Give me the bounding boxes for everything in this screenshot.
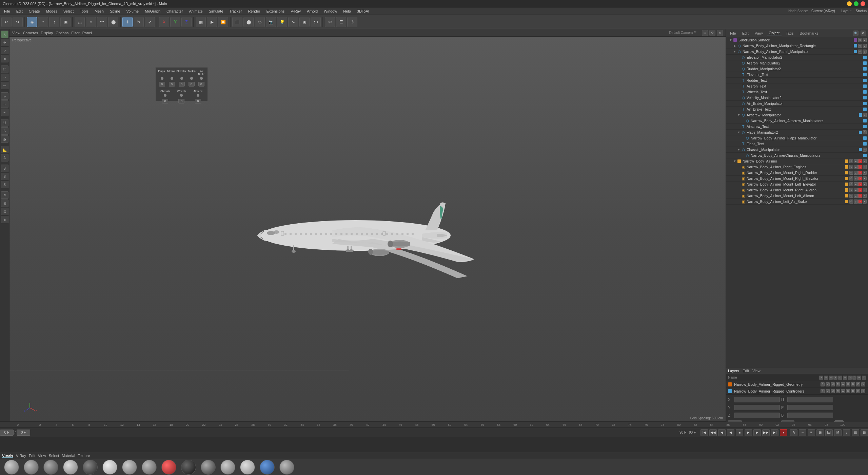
layer-geometry[interactable]: Narrow_Body_Airliner_Rigged_Geometry S V… bbox=[726, 381, 868, 388]
material-ball-12[interactable]: Narrow_ bbox=[239, 460, 256, 475]
material-ball-11[interactable]: Narrow_ bbox=[219, 460, 237, 475]
toolbar-cylinder[interactable]: ⬭ bbox=[255, 17, 265, 27]
toolbar-edge-mode[interactable]: ⌇ bbox=[49, 17, 59, 27]
viewport-close[interactable]: × bbox=[717, 30, 723, 36]
tl-powertracks[interactable]: ⊞ bbox=[816, 429, 824, 436]
toolbar-select-circle[interactable]: ○ bbox=[86, 17, 96, 27]
material-ball-4[interactable]: Narrow_ bbox=[81, 460, 99, 475]
prop-input-h[interactable] bbox=[787, 397, 833, 402]
toolbar-live-select[interactable]: ⬤ bbox=[108, 17, 118, 27]
toolbar-z-axis[interactable]: Z bbox=[181, 17, 192, 27]
end-frame-input[interactable] bbox=[17, 430, 30, 436]
tool-bridge[interactable]: ≡ bbox=[1, 109, 8, 116]
tree-item-airscrew-manip-z[interactable]: ⬡ Narrow_Body_Airliner_Airscrew_Manipula… bbox=[726, 118, 868, 124]
tree-item-panel-manipulator[interactable]: ▼ ⬡ Narrow_Body_Airliner_Panel_Manipulat… bbox=[726, 49, 868, 55]
tool-lasso[interactable]: 〜 bbox=[1, 74, 8, 81]
tree-item-chassis-manip[interactable]: ▼ ⬡ Chassis_Manipulator ⊙ bbox=[726, 147, 868, 153]
layers-tab-view[interactable]: View bbox=[752, 369, 761, 373]
layers-tab-layers[interactable]: Layers bbox=[728, 369, 739, 373]
tool-sculpt[interactable]: ◑ bbox=[1, 135, 8, 143]
menu-edit[interactable]: Edit bbox=[14, 8, 25, 14]
tl-autokey[interactable]: A bbox=[790, 429, 797, 436]
tree-item-rudder-text[interactable]: T Rudder_Text bbox=[726, 78, 868, 83]
toolbar-plugin1[interactable]: ⚙ bbox=[325, 17, 335, 27]
tree-item-airscrew-text[interactable]: T Airscrew_Text bbox=[726, 124, 868, 130]
menu-character[interactable]: Character bbox=[164, 8, 185, 14]
toolbar-spline[interactable]: ∿ bbox=[288, 17, 298, 27]
tool-extra1[interactable]: ≋ bbox=[1, 191, 8, 199]
toolbar-plugin3[interactable]: ☉ bbox=[347, 17, 357, 27]
tool-scale[interactable]: ⤢ bbox=[1, 47, 8, 54]
tl-goto-end[interactable]: ▶| bbox=[771, 429, 778, 436]
toolbar-cube[interactable]: ⬛ bbox=[232, 17, 242, 27]
toolbar-sphere[interactable]: ⬤ bbox=[243, 17, 254, 27]
toolbar-render-active[interactable]: ▶ bbox=[207, 17, 217, 27]
menu-extensions[interactable]: Extensions bbox=[263, 8, 287, 14]
toolbar-select-rect[interactable]: ⬚ bbox=[75, 17, 85, 27]
tl-sound[interactable]: ♪ bbox=[843, 429, 850, 436]
titlebar-controls[interactable] bbox=[847, 1, 865, 6]
mat-tab-material[interactable]: Material bbox=[62, 454, 75, 458]
tool-magnet[interactable]: U bbox=[1, 119, 8, 127]
menu-vray[interactable]: V-Ray bbox=[288, 8, 303, 14]
tool-s3[interactable]: S bbox=[1, 181, 8, 188]
tl-motionclip[interactable]: 🎞 bbox=[825, 429, 833, 436]
tree-expand-airscrew[interactable]: ▼ bbox=[737, 113, 741, 117]
tree-item-elevator-text[interactable]: T Elevator_Text bbox=[726, 72, 868, 78]
menu-arnold[interactable]: Arnold bbox=[304, 8, 320, 14]
menu-tracker[interactable]: Tracker bbox=[227, 8, 245, 14]
current-frame-input[interactable] bbox=[0, 430, 14, 436]
menu-file[interactable]: File bbox=[1, 8, 13, 14]
prop-input-y[interactable] bbox=[734, 405, 780, 410]
menu-mograph[interactable]: MoGraph bbox=[142, 8, 163, 14]
material-ball-5[interactable]: Narrow_ bbox=[101, 460, 119, 475]
tl-mograph-fx[interactable]: M bbox=[834, 429, 842, 436]
tl-play-back[interactable]: ◀ bbox=[727, 429, 734, 436]
rp-search[interactable]: 🔍 bbox=[853, 31, 859, 36]
viewport-scene[interactable]: Perspective bbox=[9, 37, 726, 421]
toolbar-plugin2[interactable]: ☰ bbox=[336, 17, 346, 27]
tool-rotate[interactable]: ↻ bbox=[1, 55, 8, 62]
tree-item-elevator-manip2[interactable]: ⬡ Elevator_Manipulator2 bbox=[726, 55, 868, 60]
menu-3dtoai[interactable]: 3DToAI bbox=[354, 8, 372, 14]
tool-measure[interactable]: 📐 bbox=[1, 146, 8, 153]
menu-animate[interactable]: Animate bbox=[186, 8, 205, 14]
rp-tab-object[interactable]: Object bbox=[767, 30, 782, 36]
tool-annotation[interactable]: A bbox=[1, 154, 8, 162]
viewport-menu-view[interactable]: View bbox=[12, 31, 20, 35]
material-ball-6[interactable]: Narrow_ bbox=[121, 460, 138, 475]
tree-item-airbrake-manip[interactable]: ⬡ Air_Brake_Manipulator bbox=[726, 101, 868, 107]
toolbar-rotate[interactable]: ↻ bbox=[134, 17, 144, 27]
material-ball-2[interactable]: Narrow_ bbox=[42, 460, 60, 475]
menu-create[interactable]: Create bbox=[26, 8, 43, 14]
tl-timeline[interactable]: ≡ bbox=[808, 429, 815, 436]
toolbar-poly-mode[interactable]: ▣ bbox=[60, 17, 71, 27]
tool-extra2[interactable]: ⊞ bbox=[1, 200, 8, 207]
mat-tab-select[interactable]: Select bbox=[49, 454, 59, 458]
toolbar-scale[interactable]: ⤢ bbox=[145, 17, 155, 27]
tl-play[interactable]: ▶ bbox=[745, 429, 752, 436]
rp-tab-edit[interactable]: Edit bbox=[740, 31, 751, 36]
tree-item-flaps-manip-2[interactable]: ⬡ Narrow_Body_Airliner_Flaps_Manipulator bbox=[726, 135, 868, 141]
tree-item-right-rudder[interactable]: ▣ Narrow_Body_Airliner_Mount_Right_Rudde… bbox=[726, 170, 868, 176]
viewport-menu-filter[interactable]: Filter bbox=[71, 31, 79, 35]
tree-item-manipulator-rect[interactable]: ▶ ⬡ Narrow_Body_Airliner_Manipulator_Rec… bbox=[726, 43, 868, 49]
menu-simulate[interactable]: Simulate bbox=[206, 8, 226, 14]
layers-tab-edit[interactable]: Edit bbox=[743, 369, 749, 373]
prop-input-z[interactable] bbox=[734, 413, 780, 418]
viewport-menu-cameras[interactable]: Cameras bbox=[23, 31, 38, 35]
toolbar-tag[interactable]: 🏷 bbox=[311, 17, 321, 27]
tree-item-right-engines[interactable]: ▣ Narrow_Body_Airliner_Right_Engines ⊙ ●… bbox=[726, 164, 868, 170]
tl-step-fwd[interactable]: ▶ bbox=[753, 429, 761, 436]
tree-item-wheels-text[interactable]: T Wheels_Text bbox=[726, 89, 868, 95]
object-tree[interactable]: ▼ Subdivision Surface ⊙ ● ▶ ⬡ Narrow_Bod… bbox=[726, 37, 868, 367]
viewport-menu-options[interactable]: Options bbox=[56, 31, 68, 35]
viewport-menu-panel[interactable]: Panel bbox=[82, 31, 92, 35]
viewport[interactable]: View Cameras Display Options Filter Pane… bbox=[9, 29, 726, 421]
toolbar-y-axis[interactable]: Y bbox=[170, 17, 180, 27]
rp-tab-file[interactable]: File bbox=[728, 31, 738, 36]
toolbar-render-region[interactable]: ▦ bbox=[196, 17, 206, 27]
tree-item-right-aileron[interactable]: ▣ Narrow_Body_Airliner_Mount_Right_Ailer… bbox=[726, 187, 868, 193]
tool-select[interactable]: ↖ bbox=[1, 31, 8, 38]
tool-polypen[interactable]: ✏ bbox=[1, 82, 8, 89]
